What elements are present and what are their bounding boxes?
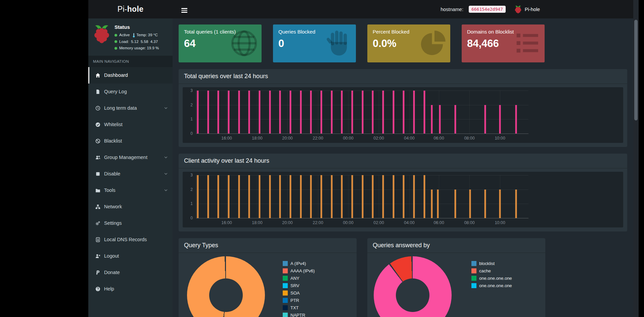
status-ok-dot	[114, 34, 117, 37]
bar	[259, 175, 260, 218]
bar	[331, 91, 332, 134]
gridline	[409, 91, 410, 134]
legend-item-one-one-one-one[interactable]: one.one.one.one	[471, 283, 512, 288]
y-axis: 0123	[185, 175, 194, 218]
page-scrollbar[interactable]	[633, 0, 639, 317]
brand: Pi-hole	[514, 5, 540, 14]
x-tick-label: 02:00	[373, 136, 384, 141]
file-icon	[94, 89, 101, 94]
panel-title: Queries answered by	[367, 238, 545, 253]
legend-item-cache[interactable]: cache	[471, 268, 512, 273]
sidebar-item-label: Group Management	[104, 155, 164, 160]
legend-label: one.one.one.one	[479, 276, 512, 281]
legend-item-txt[interactable]: TXT	[283, 305, 315, 310]
x-tick-label: 22:00	[313, 136, 323, 141]
legend-item-any[interactable]: ANY	[283, 276, 315, 281]
bar	[310, 91, 312, 134]
brand-label: Pi-hole	[525, 7, 540, 12]
home-icon	[94, 72, 101, 78]
domains-on-blocklist-card: Domains on Blocklist84,466	[462, 24, 545, 62]
bar	[431, 190, 433, 218]
bar	[197, 175, 198, 218]
legend-swatch	[283, 261, 288, 266]
sidebar-item-long-term-data[interactable]: Long term data	[88, 100, 173, 116]
total-queries-1-clients-card: Total queries (1 clients)64	[179, 24, 262, 62]
ban-icon	[94, 138, 101, 144]
y-tick-label: 3	[190, 173, 193, 177]
bar	[437, 190, 439, 218]
sidebar-item-dashboard[interactable]: Dashboard	[88, 67, 173, 84]
legend-item-one-one-one-one[interactable]: one.one.one.one	[471, 276, 512, 281]
bar	[218, 91, 219, 134]
bar	[454, 190, 456, 218]
folder-icon	[94, 188, 101, 193]
sidebar-item-blacklist[interactable]: Blacklist	[88, 133, 173, 149]
list-icon	[512, 29, 542, 58]
gears-icon	[94, 220, 101, 226]
bar	[320, 91, 322, 134]
legend-swatch	[283, 283, 288, 288]
sidebar-item-logout[interactable]: Logout	[88, 248, 173, 264]
sidebar-item-whitelist[interactable]: Whitelist	[88, 116, 173, 133]
bar	[431, 105, 433, 134]
legend-item-naptr[interactable]: NAPTR	[283, 313, 315, 317]
gridline	[227, 91, 227, 134]
bar	[362, 91, 363, 134]
panel-title: Total queries over last 24 hours	[179, 69, 627, 84]
sidebar-item-label: Disable	[104, 171, 164, 176]
bar	[499, 105, 501, 134]
legend-swatch	[283, 276, 288, 281]
sidebar-item-local-dns-records[interactable]: Local DNS Records	[88, 231, 173, 248]
sidebar-item-label: Local DNS Records	[104, 237, 168, 242]
percent-blocked-card: Percent Blocked0.0%	[367, 24, 450, 62]
globe-icon	[229, 29, 259, 58]
total-queries-chart-box: 0123 16:0018:0020:0022:0000:0002:0004:00…	[183, 87, 623, 143]
sidebar-item-donate[interactable]: Donate	[88, 264, 173, 281]
legend-item-ptr[interactable]: PTR	[283, 298, 315, 303]
legend-item-aaaa-ipv6[interactable]: AAAA (IPv6)	[283, 268, 315, 273]
bar	[403, 91, 405, 134]
bar	[331, 175, 332, 218]
status-load: Load: 5.12 5.58 4.37	[119, 39, 158, 45]
app-logo[interactable]: Pi-hole	[88, 0, 173, 18]
hostname-label: hostname:	[441, 7, 463, 12]
sidebar-item-disable[interactable]: Disable	[88, 166, 173, 182]
check-circle-icon	[94, 122, 101, 127]
sidebar-item-settings[interactable]: Settings	[88, 215, 173, 231]
bar	[484, 190, 486, 218]
logout-icon	[94, 253, 101, 259]
legend-label: one.one.one.one	[479, 283, 512, 288]
legend-item-a-ipv4[interactable]: A (IPv4)	[283, 261, 315, 266]
bar	[300, 91, 302, 134]
paypal-icon	[94, 270, 101, 275]
y-tick-label: 0	[190, 131, 193, 136]
query-types-donut[interactable]	[187, 256, 265, 317]
bar	[351, 175, 353, 218]
legend-item-soa[interactable]: SOA	[283, 290, 315, 296]
legend-item-srv[interactable]: SRV	[283, 283, 315, 288]
legend-label: AAAA (IPv6)	[290, 268, 315, 273]
sidebar-item-label: Help	[104, 286, 168, 292]
sidebar-item-help[interactable]: Help	[88, 281, 173, 297]
bar	[197, 91, 198, 134]
legend-item-blocklist[interactable]: blocklist	[471, 261, 512, 266]
sidebar-toggle-button[interactable]	[180, 6, 189, 15]
gridline	[318, 91, 318, 134]
sidebar-item-query-log[interactable]: Query Log	[88, 84, 173, 100]
panel-title: Query Types	[179, 238, 357, 253]
bar	[320, 175, 322, 218]
scrollbar-thumb[interactable]	[634, 20, 638, 120]
sidebar-item-network[interactable]: Network	[88, 199, 173, 215]
client-activity-chart[interactable]: 16:0018:0020:0022:0000:0002:0004:0006:00…	[196, 175, 528, 218]
sidebar-item-group-management[interactable]: Group Management	[88, 149, 173, 166]
y-tick-label: 2	[190, 103, 193, 107]
sidebar-item-tools[interactable]: Tools	[88, 182, 173, 199]
legend-swatch	[471, 283, 476, 288]
queries-answered-by-donut[interactable]	[374, 256, 452, 317]
total-queries-chart[interactable]: 16:0018:0020:0022:0000:0002:0004:0006:00…	[196, 91, 528, 134]
gridline	[348, 91, 349, 134]
x-tick-label: 20:00	[282, 136, 292, 141]
y-tick-label: 1	[190, 201, 193, 206]
bar	[382, 91, 384, 134]
query-types-panel: Query Types A (IPv4)AAAA (IPv6)ANYSRVSOA…	[179, 238, 357, 317]
